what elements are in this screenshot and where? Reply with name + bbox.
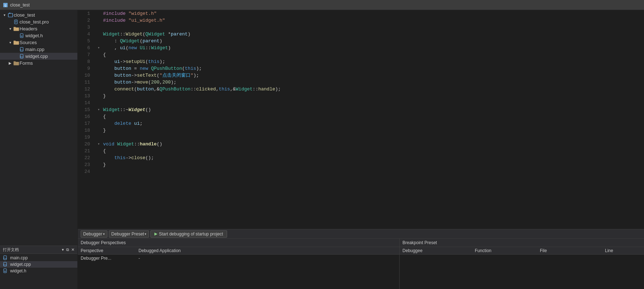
line-num-20: 20 xyxy=(78,141,96,148)
fold-gutter-17 xyxy=(96,120,102,127)
sidebar-item-forms[interactable]: ▶ Forms xyxy=(0,60,77,67)
line-num-11: 11 xyxy=(78,79,96,86)
col-function-header: Function xyxy=(475,248,540,253)
fold-gutter-13 xyxy=(96,93,102,99)
svg-text:H: H xyxy=(4,270,6,272)
fold-gutter-4 xyxy=(96,31,102,38)
preset-label: Debugger Preset xyxy=(111,231,144,237)
sidebar-item-widget-cpp[interactable]: C++ widget.cpp xyxy=(0,53,77,60)
fold-gutter-9 xyxy=(96,65,102,72)
fold-gutter-15[interactable]: ▾ xyxy=(96,106,102,113)
col-perspective-header: Perspective xyxy=(81,248,138,253)
line-num-2: 2 xyxy=(78,17,96,24)
fold-gutter-11 xyxy=(96,79,102,86)
sidebar-item-root[interactable]: ▾ close_test xyxy=(0,12,77,18)
line-num-12: 12 xyxy=(78,86,96,93)
sidebar-item-pro[interactable]: close_test.pro xyxy=(0,18,77,25)
open-doc-widget-h[interactable]: H widget.h xyxy=(0,268,77,274)
line-num-15: 15 xyxy=(78,106,96,113)
breakpoint-preset-header: Breakpoint Preset xyxy=(400,239,644,247)
start-debug-label: Start debugging of startup project xyxy=(159,231,223,237)
line-content-2: #include "ui_widget.h" xyxy=(102,17,644,24)
fold-gutter-20[interactable]: ▾ xyxy=(96,141,102,148)
code-line-13: 13 } xyxy=(78,93,644,99)
line-content-15: Widget::~Widget() xyxy=(102,106,644,113)
line-content-12: connect(button,&QPushButton::clicked,thi… xyxy=(102,86,644,93)
forms-folder-icon xyxy=(13,61,20,66)
fold-gutter-24 xyxy=(96,168,102,175)
line-num-22: 22 xyxy=(78,154,96,161)
open-doc-main-cpp-label: main.cpp xyxy=(10,255,28,260)
sidebar-item-widget-h[interactable]: H widget.h xyxy=(0,32,77,39)
fold-gutter-1 xyxy=(96,10,102,17)
line-content-21: { xyxy=(102,148,644,154)
tree-arrow-main-cpp xyxy=(13,47,19,51)
code-line-11: 11 button->move(200,200); xyxy=(78,79,644,86)
line-num-9: 9 xyxy=(78,65,96,72)
line-num-13: 13 xyxy=(78,93,96,99)
debugger-label: Debugger xyxy=(83,231,102,237)
col-debugged-header: Debugged Application xyxy=(138,248,396,253)
fold-gutter-12 xyxy=(96,86,102,93)
code-line-6: 6 ▾ , ui(new Ui::Widget) xyxy=(78,44,644,51)
play-icon: ▶ xyxy=(154,231,157,236)
debugger-row-1[interactable]: Debugger Pre... - xyxy=(78,255,399,262)
fold-gutter-22 xyxy=(96,154,102,161)
code-line-10: 10 button->setText("点击关闭窗口"); xyxy=(78,72,644,79)
code-line-14: 14 xyxy=(78,99,644,106)
sidebar-item-sources[interactable]: ▾ Sources xyxy=(0,39,77,46)
open-doc-widget-cpp[interactable]: C++ widget.cpp xyxy=(0,261,77,268)
tree-arrow-root: ▾ xyxy=(1,13,7,17)
code-editor[interactable]: 1 #include "widget.h" 2 #include "ui_wid… xyxy=(78,10,644,229)
breakpoint-table-header: Debuggee Function File Line xyxy=(400,247,644,255)
line-content-18: } xyxy=(102,127,644,134)
project-icon xyxy=(7,13,14,18)
open-doc-main-cpp[interactable]: C++ main.cpp xyxy=(0,255,77,261)
svg-rect-4 xyxy=(14,20,17,24)
line-content-14 xyxy=(102,99,644,106)
panel-close-icon[interactable]: ✕ xyxy=(71,247,74,252)
debugger-dropdown[interactable]: Debugger ▾ xyxy=(81,230,107,238)
sidebar-item-main-cpp[interactable]: C++ main.cpp xyxy=(0,46,77,53)
sidebar-item-headers[interactable]: ▾ Headers xyxy=(0,25,77,32)
preset-dropdown[interactable]: Debugger Preset ▾ xyxy=(109,230,149,238)
line-content-16: { xyxy=(102,113,644,120)
open-docs-list: C++ main.cpp C++ widget.cpp xyxy=(0,254,77,289)
svg-text:H: H xyxy=(21,35,22,37)
fold-gutter-6[interactable]: ▾ xyxy=(96,44,102,51)
line-content-19 xyxy=(102,134,644,141)
debugger-left-panel: Debugger Perspectives Perspective Debugg… xyxy=(78,239,400,289)
code-line-23: 23 } xyxy=(78,161,644,168)
line-content-6: , ui(new Ui::Widget) xyxy=(102,44,644,51)
fold-gutter-10 xyxy=(96,72,102,79)
line-content-5: : QWidget(parent) xyxy=(102,38,644,44)
main-cpp-doc-icon: C++ xyxy=(3,255,9,260)
code-line-4: 4 Widget::Widget(QWidget *parent) xyxy=(78,31,644,38)
code-line-16: 16 { xyxy=(78,113,644,120)
line-num-4: 4 xyxy=(78,31,96,38)
svg-text:C++: C++ xyxy=(3,264,7,266)
tree-arrow-headers: ▾ xyxy=(7,27,13,31)
start-debug-button[interactable]: ▶ Start debugging of startup project xyxy=(150,230,227,238)
line-num-7: 7 xyxy=(78,51,96,58)
line-num-16: 16 xyxy=(78,113,96,120)
open-docs-panel: 打开文档 ▾ ⧉ ✕ C++ main.cpp xyxy=(0,246,77,289)
col-debuggee-header: Debuggee xyxy=(402,248,475,253)
debugger-perspectives-title: Debugger Perspectives xyxy=(81,240,126,245)
debugger-toolbar: Debugger ▾ Debugger Preset ▾ ▶ Start deb… xyxy=(78,229,644,238)
tree-arrow-sources: ▾ xyxy=(7,41,13,44)
fold-gutter-21 xyxy=(96,148,102,154)
sources-label: Sources xyxy=(20,40,77,45)
open-docs-title: 打开文档 xyxy=(3,247,19,252)
sidebar-tree: ▾ close_test xyxy=(0,10,77,246)
panel-split-icon[interactable]: ⧉ xyxy=(66,247,69,252)
debugger-chevron: ▾ xyxy=(103,232,105,236)
fold-gutter-23 xyxy=(96,161,102,168)
code-line-9: 9 button = new QPushButton(this); xyxy=(78,65,644,72)
line-num-1: 1 xyxy=(78,10,96,17)
fold-gutter-8 xyxy=(96,58,102,65)
line-content-10: button->setText("点击关闭窗口"); xyxy=(102,72,644,79)
open-doc-widget-h-label: widget.h xyxy=(10,268,26,273)
panel-ctrl-icon[interactable]: ▾ xyxy=(62,247,64,252)
code-line-2: 2 #include "ui_widget.h" xyxy=(78,17,644,24)
